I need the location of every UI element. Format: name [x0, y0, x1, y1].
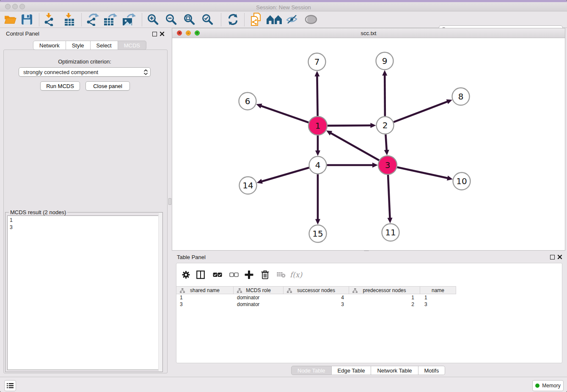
list-icon — [7, 383, 14, 389]
column-header-mcds-role[interactable]: MCDS role — [234, 287, 284, 294]
graph-node-label: 7 — [314, 57, 320, 67]
show-all-icon[interactable] — [305, 15, 317, 24]
network-view-title: scc.txt — [172, 30, 565, 36]
graph-node-label: 9 — [382, 56, 388, 66]
window-title: Session: New Session — [0, 4, 567, 11]
tab-network[interactable]: Network — [33, 41, 66, 50]
float-panel-icon[interactable] — [152, 32, 157, 36]
cell-successor-nodes[interactable]: 4 — [284, 295, 349, 301]
delete-column-icon[interactable] — [261, 270, 269, 279]
graph-edge-3-11[interactable] — [388, 175, 390, 219]
unchecked-boxes-icon[interactable] — [229, 272, 239, 277]
graph-edge-4-14[interactable] — [261, 168, 309, 182]
import-network-icon[interactable] — [44, 13, 55, 26]
column-label: shared name — [190, 287, 220, 293]
toolbar-separator — [81, 13, 82, 26]
graph-edge-2-3[interactable] — [385, 134, 387, 151]
run-mcds-button[interactable]: Run MCDS — [40, 81, 80, 91]
graph-edge-1-7[interactable] — [317, 75, 317, 116]
tab-style[interactable]: Style — [66, 41, 91, 50]
graph-edge-arrowhead — [387, 218, 392, 223]
tab-mcds[interactable]: MCDS — [118, 41, 146, 50]
graph-edge-2-9[interactable] — [385, 74, 385, 116]
close-panel-button[interactable]: Close panel — [85, 81, 130, 91]
split-columns-icon[interactable] — [196, 271, 205, 279]
graph-edge-1-2[interactable] — [328, 125, 372, 126]
graph-edge-2-8[interactable] — [394, 101, 448, 122]
cell-shared-name[interactable]: 3 — [176, 301, 234, 308]
graph-edge-3-1[interactable] — [330, 133, 379, 160]
criterion-select[interactable]: strongly connected component — [19, 67, 151, 77]
application-window: Session: New Session — [0, 0, 567, 392]
add-column-icon[interactable] — [245, 270, 253, 279]
refresh-layout-icon[interactable] — [227, 14, 239, 25]
cell-name[interactable]: 3 — [420, 301, 456, 308]
network-graph: 7968124314101511 — [172, 38, 565, 250]
fit-content-icon[interactable] — [184, 14, 195, 25]
graph-edge-arrowhead — [370, 123, 376, 128]
graph-node-label: 15 — [312, 229, 323, 239]
status-bar: Memory — [0, 377, 567, 392]
mcds-result-group: MCDS result (2 nodes) 1 3 — [5, 212, 163, 372]
graph-edge-arrowhead — [314, 71, 319, 76]
cell-mcds-role[interactable]: dominator — [234, 301, 284, 308]
table-panel-title: Table Panel — [177, 254, 206, 260]
tab-motifs[interactable]: Motifs — [418, 366, 446, 375]
zoom-out-icon[interactable] — [165, 14, 177, 25]
control-panel-tabs: Network Style Select MCDS — [33, 41, 146, 50]
task-history-button[interactable] — [4, 380, 16, 391]
graph-node-label: 6 — [245, 96, 250, 106]
column-header-shared-name[interactable]: shared name — [176, 287, 234, 294]
toolbar-separator — [39, 13, 39, 26]
hierarchy-icon — [237, 288, 242, 293]
mcds-result-text[interactable]: 1 3 — [7, 215, 161, 370]
tab-network-table[interactable]: Network Table — [371, 366, 418, 375]
close-table-panel-icon[interactable] — [557, 254, 562, 259]
cell-predecessor-nodes[interactable]: 1 — [349, 295, 420, 301]
zoom-in-icon[interactable] — [147, 14, 159, 25]
open-session-icon[interactable] — [4, 14, 17, 25]
hierarchy-icon — [287, 288, 292, 293]
graph-edge-3-10[interactable] — [397, 167, 449, 178]
graph-node-label: 1 — [315, 121, 321, 131]
tab-select[interactable]: Select — [91, 41, 118, 50]
gear-icon[interactable] — [182, 271, 190, 279]
column-header-name[interactable]: name — [420, 287, 456, 294]
network-view-titlebar[interactable]: ✕ − + scc.txt — [172, 28, 565, 38]
import-table-icon[interactable] — [63, 13, 75, 26]
tab-node-table[interactable]: Node Table — [291, 366, 332, 375]
cell-shared-name[interactable]: 1 — [176, 295, 234, 301]
toolbar-separator — [142, 13, 142, 26]
export-network-icon[interactable] — [87, 13, 99, 26]
export-table-icon[interactable] — [104, 13, 117, 26]
tab-edge-table[interactable]: Edge Table — [332, 366, 372, 375]
column-label: predecessor nodes — [363, 287, 406, 293]
column-header-predecessor-nodes[interactable]: predecessor nodes — [349, 287, 420, 294]
duplicate-network-icon[interactable] — [250, 13, 262, 26]
network-canvas[interactable]: 7968124314101511 — [172, 38, 565, 250]
first-neighbors-icon[interactable] — [267, 14, 282, 25]
cell-name[interactable]: 1 — [420, 295, 456, 301]
cell-mcds-role[interactable]: dominator — [234, 295, 284, 301]
graph-edge-1-6[interactable] — [260, 105, 309, 122]
checked-boxes-icon[interactable] — [213, 272, 222, 277]
main-toolbar — [0, 11, 567, 28]
column-header-successor-nodes[interactable]: successor nodes — [284, 287, 349, 294]
column-label: MCDS role — [246, 287, 271, 293]
close-panel-icon[interactable] — [160, 31, 165, 36]
float-table-panel-icon[interactable] — [550, 255, 555, 259]
table-row[interactable]: 1 dominator 4 1 1 — [176, 295, 562, 301]
mcds-result-title: MCDS result (2 nodes) — [9, 209, 67, 215]
vertical-split-grip[interactable] — [168, 198, 171, 205]
result-scrollbar[interactable] — [158, 213, 162, 371]
export-image-icon[interactable] — [122, 13, 136, 26]
graph-edge-arrowhead — [384, 150, 389, 155]
zoom-selected-icon[interactable] — [202, 14, 213, 25]
hide-selected-icon[interactable] — [286, 14, 298, 25]
cell-predecessor-nodes[interactable]: 2 — [349, 301, 420, 308]
memory-button[interactable]: Memory — [532, 380, 564, 391]
graph-edge-arrowhead — [315, 219, 320, 225]
save-session-icon[interactable] — [21, 14, 33, 25]
table-row[interactable]: 3 dominator 3 2 3 — [176, 301, 562, 308]
cell-successor-nodes[interactable]: 3 — [284, 301, 349, 308]
